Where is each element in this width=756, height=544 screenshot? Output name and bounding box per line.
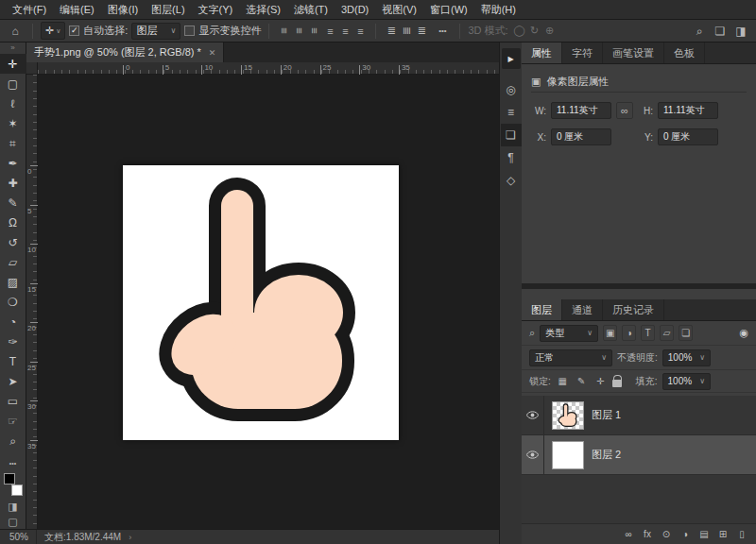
3d-panel-icon[interactable]: ◇ — [501, 169, 522, 192]
menu-view[interactable]: 视图(V) — [375, 0, 423, 19]
zoom-tool[interactable]: ⌕ — [0, 431, 26, 450]
layer-row-1[interactable]: 图层 1 — [522, 396, 756, 435]
tab-layers[interactable]: 图层 — [522, 299, 562, 320]
align-right-icon[interactable]: ≡ — [306, 24, 324, 39]
filter-type-icon[interactable]: T — [641, 325, 655, 341]
tab-channels[interactable]: 通道 — [562, 299, 603, 320]
x-field[interactable]: 0 厘米 — [551, 128, 611, 145]
filter-toggle-icon[interactable]: ◉ — [739, 327, 748, 339]
lock-transparency-icon[interactable]: ▦ — [556, 374, 570, 388]
current-tool-button[interactable]: ✛ ∨ — [41, 22, 65, 40]
more-options-icon[interactable]: ••• — [433, 22, 452, 40]
layer-row-2[interactable]: 图层 2 — [522, 435, 756, 475]
tab-properties[interactable]: 属性 — [522, 42, 562, 63]
shape-tool[interactable]: ▭ — [0, 391, 26, 411]
adjustments-panel-icon[interactable]: ≡ — [501, 101, 522, 124]
document-tab[interactable]: 手势1.png @ 50% (图层 2, RGB/8) * ✕ — [26, 42, 224, 62]
path-selection-tool[interactable]: ➤ — [0, 371, 26, 391]
tab-brush-settings[interactable]: 画笔设置 — [603, 42, 664, 63]
width-field[interactable]: 11.11英寸 — [551, 102, 611, 119]
new-layer-icon[interactable]: ⊞ — [714, 526, 731, 543]
hand-tool[interactable]: ☞ — [0, 411, 26, 431]
move-tool[interactable]: ✛ — [0, 54, 26, 74]
menu-select[interactable]: 选择(S) — [239, 0, 287, 19]
align-bottom-icon[interactable]: ≡ — [352, 22, 368, 40]
menu-help[interactable]: 帮助(H) — [474, 0, 523, 19]
lasso-tool[interactable]: ℓ — [0, 94, 26, 113]
auto-select-target-dropdown[interactable]: 图层 ∨ — [131, 23, 180, 40]
filter-adjustment-icon[interactable]: ◑ — [622, 325, 636, 341]
libraries-panel-icon[interactable]: ❏ — [501, 124, 522, 146]
filter-smart-object-icon[interactable]: ❏ — [679, 325, 693, 341]
eraser-tool[interactable]: ▱ — [0, 252, 26, 272]
background-color-swatch[interactable] — [11, 484, 23, 496]
filter-shape-icon[interactable]: ▱ — [660, 325, 674, 341]
menu-layer[interactable]: 图层(L) — [145, 0, 191, 19]
foreground-color-swatch[interactable] — [4, 473, 15, 484]
history-brush-tool[interactable]: ↺ — [0, 232, 26, 252]
menu-type[interactable]: 文字(Y) — [192, 0, 240, 19]
toolbar-collapse-icon[interactable]: » — [10, 42, 14, 54]
marquee-tool[interactable]: ▢ — [0, 74, 26, 94]
brush-tool[interactable]: ✎ — [0, 193, 26, 212]
layer-thumbnail[interactable] — [552, 441, 584, 469]
align-top-icon[interactable]: ≡ — [322, 22, 337, 40]
layer-group-icon[interactable]: ▤ — [696, 526, 713, 543]
visibility-toggle[interactable] — [522, 435, 544, 474]
search-icon[interactable]: ⌕ — [690, 22, 709, 40]
delete-layer-icon[interactable]: ▯ — [733, 526, 750, 543]
pen-tool[interactable]: ✑ — [0, 332, 26, 351]
lock-position-icon[interactable]: ✛ — [593, 374, 608, 388]
link-layers-icon[interactable]: ∞ — [620, 526, 637, 543]
blur-tool[interactable]: ❍ — [0, 292, 26, 312]
zoom-level-field[interactable]: 50% — [0, 530, 37, 544]
layer-name[interactable]: 图层 1 — [592, 408, 621, 422]
tab-swatches[interactable]: 色板 — [664, 42, 705, 63]
height-field[interactable]: 11.11英寸 — [658, 102, 718, 119]
fill-dropdown[interactable]: 100% ∨ — [662, 373, 711, 390]
filter-pixel-icon[interactable]: ▣ — [603, 325, 617, 341]
quick-selection-tool[interactable]: ✶ — [0, 113, 26, 133]
distribute-spacing-icon[interactable]: ≣ — [414, 22, 429, 40]
layer-mask-icon[interactable]: ⊙ — [658, 526, 675, 543]
colors-panel-icon[interactable]: ◎ — [501, 78, 522, 101]
filter-type-dropdown[interactable]: 类型 ∨ — [540, 325, 598, 342]
lock-pixels-icon[interactable]: ✎ — [575, 374, 589, 388]
dodge-tool[interactable]: ◔ — [0, 312, 26, 332]
menu-filter[interactable]: 滤镜(T) — [287, 0, 335, 19]
canvas-area[interactable] — [38, 75, 499, 529]
canvas[interactable] — [123, 165, 399, 440]
paragraph-panel-icon[interactable]: ¶ — [501, 146, 522, 169]
menu-file[interactable]: 文件(F) — [6, 0, 53, 19]
tab-character[interactable]: 字符 — [562, 42, 603, 63]
opacity-dropdown[interactable]: 100% ∨ — [662, 349, 711, 366]
workspace-icon[interactable]: ❏ — [711, 22, 730, 40]
healing-brush-tool[interactable]: ✚ — [0, 173, 26, 193]
link-dimensions-icon[interactable]: ∞ — [616, 102, 633, 119]
gradient-tool[interactable]: ▨ — [0, 272, 26, 292]
screen-mode-icon[interactable]: ▢ — [0, 514, 26, 529]
lock-all-icon[interactable] — [612, 380, 622, 387]
show-transform-checkbox[interactable]: ✓ — [184, 26, 195, 36]
menu-edit[interactable]: 编辑(E) — [53, 0, 101, 19]
layer-style-icon[interactable]: fx — [639, 526, 656, 543]
menu-image[interactable]: 图像(I) — [101, 0, 145, 19]
adjustment-layer-icon[interactable]: ◑ — [677, 526, 694, 543]
crop-tool[interactable]: ⌗ — [0, 133, 26, 153]
menu-window[interactable]: 窗口(W) — [423, 0, 474, 19]
quick-mask-icon[interactable]: ◨ — [0, 499, 26, 514]
clone-stamp-tool[interactable]: Ω — [0, 212, 26, 232]
layer-thumbnail[interactable] — [552, 401, 584, 430]
color-swatches[interactable] — [3, 473, 24, 496]
home-icon[interactable]: ⌂ — [6, 22, 25, 40]
auto-select-checkbox[interactable]: ✓ — [69, 26, 79, 36]
blend-mode-dropdown[interactable]: 正常 ∨ — [529, 349, 612, 366]
expand-panels-button[interactable]: ▶ — [502, 48, 521, 69]
menu-3d[interactable]: 3D(D) — [335, 0, 375, 19]
distribute-v-icon[interactable]: ≣ — [398, 24, 416, 39]
type-tool[interactable]: T — [0, 351, 26, 371]
layer-name[interactable]: 图层 2 — [592, 448, 621, 462]
tab-history[interactable]: 历史记录 — [603, 299, 664, 320]
chevron-right-icon[interactable]: › — [129, 533, 131, 542]
screen-capture-icon[interactable]: ◨ — [731, 22, 750, 40]
